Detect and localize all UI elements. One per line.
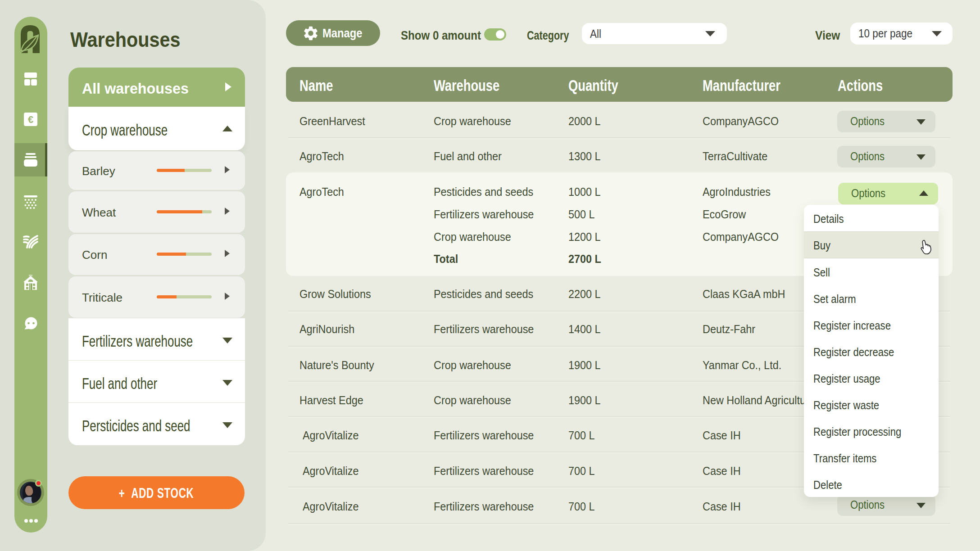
svg-text:€: € [28, 114, 33, 125]
